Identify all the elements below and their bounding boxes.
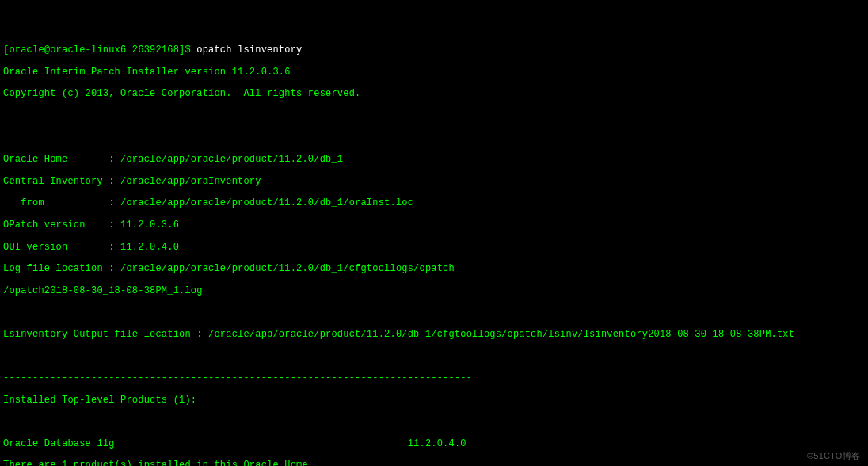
oracle-home: Oracle Home : /oracle/app/oracle/product… bbox=[3, 155, 865, 166]
blank bbox=[3, 133, 865, 144]
oui-version: OUI version : 11.2.0.4.0 bbox=[3, 243, 865, 254]
product-line: Oracle Database 11g 11.2.0.4.0 bbox=[3, 439, 865, 450]
blank bbox=[3, 352, 865, 363]
log-location: Log file location : /oracle/app/oracle/p… bbox=[3, 264, 865, 275]
installer-version: Oracle Interim Patch Installer version 1… bbox=[3, 67, 865, 78]
blank bbox=[3, 417, 865, 428]
opatch-version: OPatch version : 11.2.0.3.6 bbox=[3, 220, 865, 231]
central-inventory: Central Inventory : /oracle/app/oraInven… bbox=[3, 177, 865, 188]
lsinv-output: Lsinventory Output file location : /orac… bbox=[3, 330, 865, 341]
watermark: ©51CTO博客 bbox=[807, 451, 860, 461]
from-line: from : /oracle/app/oracle/product/11.2.0… bbox=[3, 198, 865, 209]
log-file: /opatch2018-08-30_18-08-38PM_1.log bbox=[3, 286, 865, 297]
divider: ----------------------------------------… bbox=[3, 373, 865, 384]
blank bbox=[3, 111, 865, 122]
prompt-line[interactable]: [oracle@oracle-linux6 26392168]$ opatch … bbox=[3, 45, 865, 56]
blank bbox=[3, 307, 865, 319]
installed-header: Installed Top-level Products (1): bbox=[3, 395, 865, 407]
copyright: Copyright (c) 2013, Oracle Corporation. … bbox=[3, 89, 865, 100]
shell-prompt: [oracle@oracle-linux6 26392168]$ bbox=[3, 44, 196, 55]
command-text: opatch lsinventory bbox=[196, 44, 302, 55]
product-count: There are 1 product(s) installed in this… bbox=[3, 460, 865, 466]
